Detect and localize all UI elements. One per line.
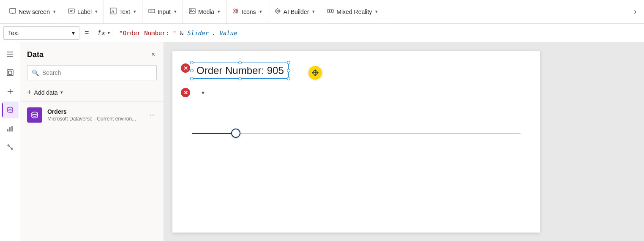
formula-ref-value: Value [219, 30, 237, 36]
add-data-plus-icon: + [27, 88, 32, 97]
input-label: Input [158, 8, 171, 15]
svg-line-36 [8, 145, 12, 149]
screen-icon [9, 8, 16, 16]
orders-info: Orders Microsoft Dataverse - Current env… [47, 108, 143, 122]
data-panel-title: Data [27, 50, 44, 59]
new-screen-chevron: ▾ [53, 9, 56, 14]
resize-handle-bl[interactable] [190, 77, 194, 80]
svg-rect-0 [10, 8, 16, 13]
formula-ampersand: & [180, 30, 187, 36]
canvas-text-element[interactable]: Order Number: 905 [192, 63, 289, 79]
property-label: Text [8, 30, 19, 36]
input-icon [148, 8, 155, 16]
formula-fx-button[interactable]: f x ▾ [94, 29, 115, 37]
search-input[interactable] [42, 69, 152, 76]
formula-equals: = [79, 28, 94, 37]
text-chevron: ▾ [134, 9, 136, 14]
resize-handle-mr[interactable] [287, 69, 290, 72]
mixed-reality-button[interactable]: Mixed Reality ▾ [321, 0, 384, 23]
data-panel-header: Data × [20, 42, 164, 63]
canvas-text-value: Order Number: 905 [196, 65, 284, 76]
property-chevron: ▾ [72, 30, 75, 36]
orders-more-button[interactable]: ··· [148, 110, 157, 120]
ai-builder-chevron: ▾ [312, 9, 315, 14]
resize-handle-tl[interactable] [190, 61, 194, 64]
media-icon [189, 8, 196, 16]
orders-icon [27, 107, 42, 123]
fx-label: f [98, 29, 100, 37]
svg-rect-24 [331, 10, 332, 12]
main-area: Data × 🔍 + Add data ▾ Orders Microsoft D… [0, 42, 644, 241]
add-data-button[interactable]: + Add data ▾ [20, 85, 164, 99]
formula-ref-slider: Slider [187, 30, 208, 36]
text-button[interactable]: A Text ▾ [104, 0, 142, 23]
move-handle-icon[interactable] [308, 66, 322, 79]
property-dropdown[interactable]: Text ▾ [3, 26, 79, 40]
svg-point-15 [236, 11, 238, 13]
mixed-reality-icon [327, 8, 334, 16]
dropdown-chevron-area: ▾ [191, 89, 205, 96]
icons-chevron: ▾ [259, 9, 262, 14]
sidebar-chart-icon[interactable] [2, 120, 19, 137]
label-icon [68, 8, 75, 16]
label-chevron: ▾ [95, 9, 98, 14]
resize-handle-tm[interactable] [238, 61, 242, 64]
icons-button[interactable]: Icons ▾ [226, 0, 268, 23]
more-icon: › [634, 7, 636, 16]
ai-builder-button[interactable]: AI Builder ▾ [268, 0, 322, 23]
data-panel-close-button[interactable]: × [150, 49, 157, 60]
icons-label: Icons [242, 8, 256, 15]
svg-rect-29 [8, 71, 12, 74]
svg-point-17 [277, 10, 278, 12]
toolbar-more-button[interactable]: › [630, 0, 641, 23]
svg-rect-35 [11, 126, 13, 131]
add-data-label: Add data [34, 89, 58, 96]
formula-dot: . [212, 30, 215, 36]
label-label: Label [77, 8, 92, 15]
svg-rect-22 [327, 9, 333, 13]
orders-name: Orders [47, 108, 143, 115]
svg-rect-33 [7, 129, 8, 131]
ai-builder-icon [274, 8, 281, 16]
resize-handle-tr[interactable] [287, 61, 290, 64]
data-item-orders[interactable]: Orders Microsoft Dataverse - Current env… [20, 103, 164, 127]
new-screen-button[interactable]: New screen ▾ [3, 0, 62, 23]
sidebar-icons [0, 42, 20, 241]
input-button[interactable]: Input ▾ [142, 0, 183, 23]
search-icon: 🔍 [32, 69, 39, 76]
resize-handle-ml[interactable] [190, 69, 194, 72]
svg-rect-28 [7, 70, 13, 76]
sidebar-layers-icon[interactable] [2, 64, 19, 81]
svg-point-16 [276, 9, 280, 13]
sidebar-data-icon[interactable] [2, 101, 19, 118]
canvas-frame: ✕ Order Number: 905 ✕ ▾ [172, 51, 540, 233]
svg-point-11 [191, 9, 192, 11]
svg-rect-3 [68, 9, 74, 13]
fx-chevron: ▾ [107, 30, 109, 35]
data-panel: Data × 🔍 + Add data ▾ Orders Microsoft D… [20, 42, 164, 241]
data-divider [20, 101, 164, 101]
svg-rect-34 [9, 127, 11, 131]
input-chevron: ▾ [174, 9, 177, 14]
sidebar-wrench-icon[interactable] [2, 139, 19, 156]
label-button[interactable]: Label ▾ [62, 0, 104, 23]
mixed-reality-label: Mixed Reality [336, 8, 372, 15]
formula-bar: Text ▾ = f x ▾ "Order Number: " & Slider… [0, 24, 644, 42]
data-search-box[interactable]: 🔍 [27, 65, 157, 80]
icons-toolbar-icon [232, 8, 239, 16]
error-badge-2[interactable]: ✕ [181, 88, 190, 97]
media-button[interactable]: Media ▾ [183, 0, 226, 23]
canvas-slider[interactable] [192, 129, 521, 137]
sidebar-add-icon[interactable] [2, 83, 19, 100]
add-data-chevron: ▾ [60, 90, 63, 95]
slider-thumb[interactable] [231, 129, 240, 138]
resize-handle-br[interactable] [287, 77, 290, 80]
formula-input[interactable]: "Order Number: " & Slider . Value [114, 30, 641, 36]
svg-point-13 [236, 9, 238, 11]
text-icon: A [110, 8, 117, 16]
sidebar-menu-icon[interactable] [2, 46, 19, 63]
canvas-area: ✕ Order Number: 905 ✕ ▾ [164, 42, 644, 241]
resize-handle-bm[interactable] [238, 77, 242, 80]
error-badge-1[interactable]: ✕ [181, 63, 190, 73]
dropdown-chevron-icon[interactable]: ▾ [202, 89, 205, 96]
